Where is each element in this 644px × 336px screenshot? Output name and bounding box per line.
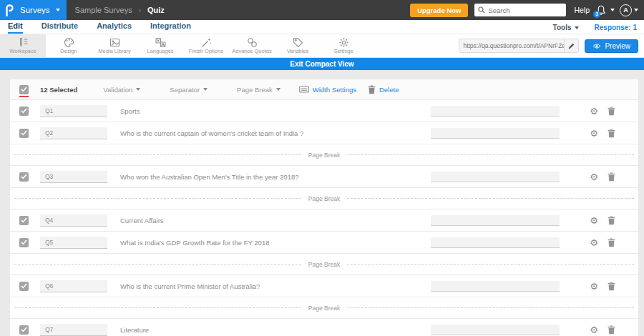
question-code-input[interactable]	[40, 127, 107, 139]
question-delete-trash-icon[interactable]	[608, 216, 615, 225]
question-code-input[interactable]	[40, 171, 107, 183]
question-row: Who is the current captain of women's cr…	[10, 122, 638, 144]
row-checkbox[interactable]	[19, 129, 29, 138]
width-settings-button[interactable]: Width Settings	[299, 86, 356, 94]
page-break-line	[14, 307, 301, 308]
toolbar-item-workspace[interactable]: Workspace	[0, 34, 46, 57]
selected-count: 12 Selected	[40, 86, 77, 94]
question-text[interactable]: Literature	[120, 326, 149, 334]
answer-input[interactable]	[431, 215, 560, 226]
row-checkbox[interactable]	[19, 325, 29, 335]
row-checkbox[interactable]	[19, 107, 29, 116]
question-settings-gear-icon[interactable]: ⚙	[590, 282, 598, 291]
tab-integration[interactable]: Integration	[150, 21, 191, 34]
question-text[interactable]: What is India's GDP Growth Rate for the …	[120, 239, 269, 247]
tools-chevron-icon	[575, 26, 579, 29]
question-row: What is India's GDP Growth Rate for the …	[10, 232, 638, 253]
validation-dropdown[interactable]: Validation	[103, 86, 140, 94]
avatar[interactable]: A	[620, 4, 632, 16]
question-delete-trash-icon[interactable]	[608, 129, 615, 138]
toolbar-item-languages[interactable]: Languages	[137, 34, 183, 57]
separator-label: Separator	[170, 86, 200, 94]
rows-container: Sports ⚙ Who is the current captain of w…	[10, 100, 638, 336]
help-link[interactable]: Help	[574, 6, 590, 14]
tab-distribute[interactable]: Distribute	[42, 21, 78, 34]
question-code-input[interactable]	[40, 105, 107, 117]
answer-input[interactable]	[431, 106, 560, 117]
answer-input[interactable]	[431, 128, 560, 139]
chevron-down-icon	[56, 9, 60, 11]
question-text[interactable]: Sports	[120, 107, 140, 115]
question-settings-gear-icon[interactable]: ⚙	[590, 238, 598, 247]
answer-input[interactable]	[431, 281, 560, 292]
page-break-line	[14, 198, 301, 199]
toolbar-item-advance-quotas[interactable]: Advance Quotas	[229, 34, 275, 57]
question-delete-trash-icon[interactable]	[608, 282, 615, 291]
question-code-input[interactable]	[40, 280, 107, 292]
question-code-input[interactable]	[40, 214, 107, 227]
languages-icon	[155, 37, 166, 47]
tab-analytics[interactable]: Analytics	[97, 21, 132, 34]
question-settings-gear-icon[interactable]: ⚙	[590, 107, 598, 116]
page-break-line	[347, 264, 634, 265]
separator-dropdown[interactable]: Separator	[170, 86, 208, 94]
question-delete-trash-icon[interactable]	[608, 325, 615, 335]
notifications-bell-icon[interactable]: 3	[596, 5, 606, 16]
select-all-checkbox[interactable]	[19, 85, 29, 94]
validation-label: Validation	[103, 86, 132, 94]
toolbar-item-variables[interactable]: Variables	[275, 34, 321, 57]
toolbar-item-finish-options[interactable]: Finish Options	[183, 34, 229, 57]
product-menu-label: Surveys	[20, 6, 50, 14]
product-menu[interactable]: Surveys	[0, 0, 67, 20]
preview-button[interactable]: Preview	[585, 39, 638, 53]
search-input[interactable]	[488, 6, 562, 14]
toolbar-item-label: Media Library	[98, 48, 130, 54]
page-break-dropdown[interactable]: Page Break	[237, 86, 280, 94]
bulk-delete-button[interactable]: Delete	[368, 85, 399, 94]
question-code-input[interactable]	[40, 324, 107, 336]
notifications-chevron-icon[interactable]	[610, 9, 615, 11]
page-break-line	[14, 154, 301, 155]
answer-input[interactable]	[431, 237, 560, 248]
question-row: Sports ⚙	[10, 100, 638, 122]
edit-url-pencil-icon[interactable]	[564, 39, 578, 52]
question-text[interactable]: Who won the Australian Open Men's Title …	[120, 173, 299, 181]
toolbar-item-media-library[interactable]: Media Library	[92, 34, 137, 57]
notification-count-badge: 3	[593, 11, 600, 18]
question-text[interactable]: Who is the current Prime Minister of Aus…	[120, 282, 260, 290]
answer-input[interactable]	[431, 325, 560, 335]
question-delete-trash-icon[interactable]	[608, 172, 615, 182]
answer-input[interactable]	[431, 172, 560, 182]
question-code-input[interactable]	[40, 237, 107, 249]
question-settings-gear-icon[interactable]: ⚙	[590, 216, 598, 225]
toolbar-item-label: Design	[60, 48, 77, 54]
selection-indicator	[19, 96, 29, 97]
question-text[interactable]: Current Affairs	[120, 217, 164, 224]
response-count-link[interactable]: Response: 1	[595, 24, 637, 31]
toolbar-item-settings[interactable]: Settings	[321, 34, 366, 57]
question-delete-trash-icon[interactable]	[608, 107, 615, 116]
tab-edit[interactable]: Edit	[8, 21, 23, 34]
breadcrumb-parent[interactable]: Sample Surveys	[75, 6, 132, 14]
toolbar-item-label: Advance Quotas	[232, 48, 271, 54]
chevron-down-icon	[136, 88, 140, 91]
exit-compact-view-bar[interactable]: Exit Compact View	[0, 58, 644, 70]
question-settings-gear-icon[interactable]: ⚙	[590, 172, 598, 182]
row-checkbox[interactable]	[19, 216, 29, 225]
upgrade-now-button[interactable]: Upgrade Now	[410, 4, 468, 17]
page-break-line	[347, 307, 634, 308]
survey-url-box: https://qa.questionpro.com/t/APNrFZeY	[459, 39, 579, 53]
breadcrumb-current: Quiz	[147, 6, 165, 14]
row-checkbox[interactable]	[19, 282, 29, 291]
question-text[interactable]: Who is the current captain of women's cr…	[120, 129, 303, 137]
question-delete-trash-icon[interactable]	[608, 238, 615, 247]
toolbar-item-design[interactable]: Design	[46, 34, 92, 57]
question-settings-gear-icon[interactable]: ⚙	[590, 325, 598, 335]
row-checkbox[interactable]	[19, 172, 29, 182]
tools-menu[interactable]: Tools	[553, 24, 579, 31]
toolbar-item-label: Languages	[147, 48, 173, 54]
row-checkbox[interactable]	[19, 238, 29, 247]
account-chevron-icon[interactable]	[634, 9, 638, 11]
search-box[interactable]	[474, 4, 566, 16]
question-settings-gear-icon[interactable]: ⚙	[590, 129, 598, 138]
